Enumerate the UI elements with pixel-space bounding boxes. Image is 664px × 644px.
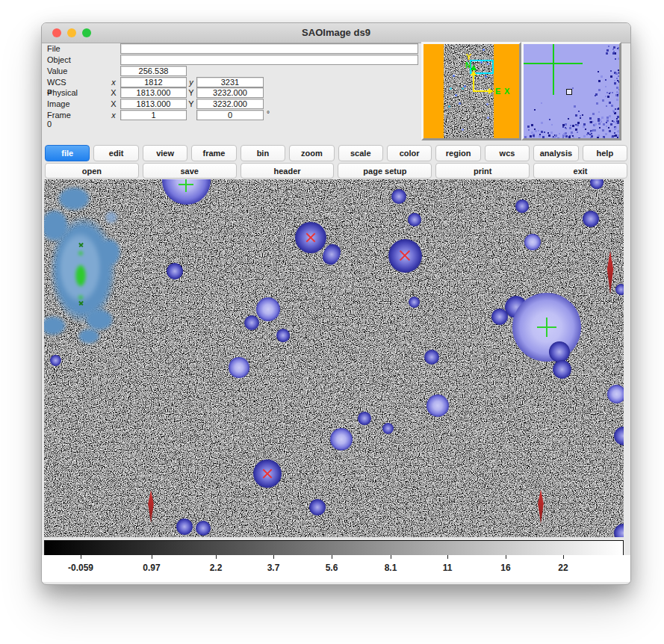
- panner-star-dot: [487, 117, 489, 119]
- magnifier-noise-pixel: [539, 135, 541, 137]
- magnifier-noise-pixel: [565, 132, 567, 134]
- menu-region[interactable]: region: [435, 145, 480, 161]
- magnifier-noise-pixel: [586, 134, 588, 135]
- magnifier-noise-pixel: [616, 78, 618, 79]
- panner-star-dot: [462, 129, 464, 131]
- menu-edit[interactable]: edit: [93, 145, 138, 161]
- menu-zoom[interactable]: zoom: [289, 145, 334, 161]
- menu-color[interactable]: color: [387, 145, 432, 161]
- magnifier-noise-pixel: [618, 72, 621, 74]
- menu-page-setup[interactable]: page setup: [338, 163, 432, 179]
- value-field[interactable]: 256.538: [120, 66, 187, 76]
- small-green-x-marker: [78, 243, 84, 248]
- star-blob: [358, 412, 371, 425]
- physical-x-field[interactable]: 1813.000: [120, 87, 187, 98]
- menu-save[interactable]: save: [143, 163, 237, 179]
- magnifier-noise-pixel: [617, 80, 618, 81]
- menu-file[interactable]: file: [45, 145, 90, 161]
- magnifier-noise-pixel: [615, 108, 616, 110]
- magnifier-noise-pixel: [528, 129, 530, 131]
- menu-header[interactable]: header: [241, 163, 335, 179]
- panner-x-label: X: [504, 87, 509, 95]
- menu-scale[interactable]: scale: [338, 145, 383, 161]
- menu-print[interactable]: print: [435, 163, 530, 179]
- magnifier-noise-pixel: [618, 93, 619, 94]
- main-image[interactable]: [44, 179, 624, 537]
- magnifier-noise-pixel: [595, 95, 596, 96]
- wcs-x-field[interactable]: 1812: [120, 77, 187, 87]
- menu-exit[interactable]: exit: [533, 163, 627, 179]
- physical-y-field[interactable]: 3232.000: [196, 87, 264, 98]
- panner-star-dot: [459, 102, 461, 105]
- magnifier-noise-pixel: [608, 138, 610, 140]
- menu-wcs[interactable]: wcs: [485, 145, 530, 161]
- magnifier-noise-pixel: [612, 52, 615, 55]
- magnifier-noise-pixel: [573, 137, 574, 138]
- magnifier-noise-pixel: [541, 102, 542, 104]
- magnifier-noise-pixel: [588, 138, 590, 140]
- file-field[interactable]: [120, 43, 418, 54]
- magnifier-noise-pixel: [544, 131, 545, 133]
- menu-analysis[interactable]: analysis: [533, 145, 578, 161]
- magnifier-noise-pixel: [606, 92, 608, 93]
- colorbar-tickmark: [447, 555, 448, 559]
- menu-view[interactable]: view: [143, 145, 187, 161]
- colorbar-tickmark: [506, 555, 506, 559]
- panner-star-dot: [483, 49, 485, 51]
- magnifier-noise-pixel: [530, 135, 532, 137]
- image-y-field[interactable]: 3232.000: [196, 99, 264, 109]
- magnifier-noise-pixel: [533, 134, 535, 137]
- image-x-field[interactable]: 1813.000: [120, 99, 187, 109]
- magnifier-noise-pixel: [616, 99, 618, 101]
- magnifier-noise-pixel: [613, 111, 615, 113]
- magnifier[interactable]: [521, 42, 621, 140]
- magnifier-noise-pixel: [577, 131, 578, 133]
- colorbar-gradient[interactable]: [44, 540, 624, 556]
- magnifier-noise-pixel: [608, 127, 609, 129]
- galaxy-green-core: [73, 260, 88, 291]
- magnifier-noise-pixel: [542, 136, 544, 138]
- magnifier-noise-pixel: [575, 124, 577, 126]
- panner[interactable]: Y N E X: [421, 42, 521, 140]
- frame-zoom-field[interactable]: 1: [120, 110, 187, 120]
- magnifier-noise-pixel: [598, 123, 601, 125]
- magnifier-noise-pixel: [591, 133, 592, 134]
- galaxy-bump: [74, 326, 104, 347]
- colorbar-tick-label: 22: [558, 563, 568, 573]
- magnifier-noise-pixel: [601, 117, 604, 119]
- magnifier-noise-pixel: [571, 131, 573, 134]
- magnifier-noise-pixel: [575, 114, 577, 117]
- magnifier-noise-pixel: [608, 46, 609, 47]
- magnifier-crosshair-vertical: [553, 44, 554, 95]
- magnifier-noise-pixel: [612, 92, 613, 93]
- object-label: Object: [47, 55, 71, 64]
- magnifier-noise-pixel: [531, 124, 533, 126]
- magnifier-noise-pixel: [585, 129, 586, 130]
- object-field[interactable]: [120, 55, 418, 65]
- menu-open[interactable]: open: [45, 163, 139, 179]
- magnifier-noise-pixel: [565, 123, 567, 126]
- magnifier-noise-pixel: [609, 92, 611, 93]
- frame-rotate-field[interactable]: 0: [196, 110, 264, 120]
- magnifier-noise-pixel: [582, 114, 583, 116]
- star-blob: [408, 213, 421, 226]
- magnifier-noise-pixel: [614, 132, 615, 134]
- star-blob: [330, 428, 353, 451]
- menu-help[interactable]: help: [583, 145, 627, 161]
- star-blob: [549, 341, 570, 362]
- colorbar-tick-label: 5.6: [326, 563, 338, 573]
- panner-east-label: E: [495, 87, 500, 95]
- magnifier-noise-pixel: [524, 136, 527, 138]
- image-label: Image: [47, 99, 70, 108]
- menu-frame[interactable]: frame: [191, 145, 236, 161]
- magnifier-noise-pixel: [598, 111, 600, 113]
- image-y-letter: Y: [187, 99, 196, 108]
- magnifier-noise-pixel: [605, 86, 606, 87]
- magnifier-noise-pixel: [615, 58, 616, 60]
- wcs-y-field[interactable]: 3231: [196, 77, 264, 87]
- star-blob: [583, 211, 600, 228]
- title-bar[interactable]: SAOImage ds9: [42, 23, 630, 43]
- menu-row-secondary: opensaveheaderpage setupprintexit: [45, 163, 627, 179]
- menu-bin[interactable]: bin: [241, 145, 285, 161]
- magnifier-noise-pixel: [565, 128, 567, 129]
